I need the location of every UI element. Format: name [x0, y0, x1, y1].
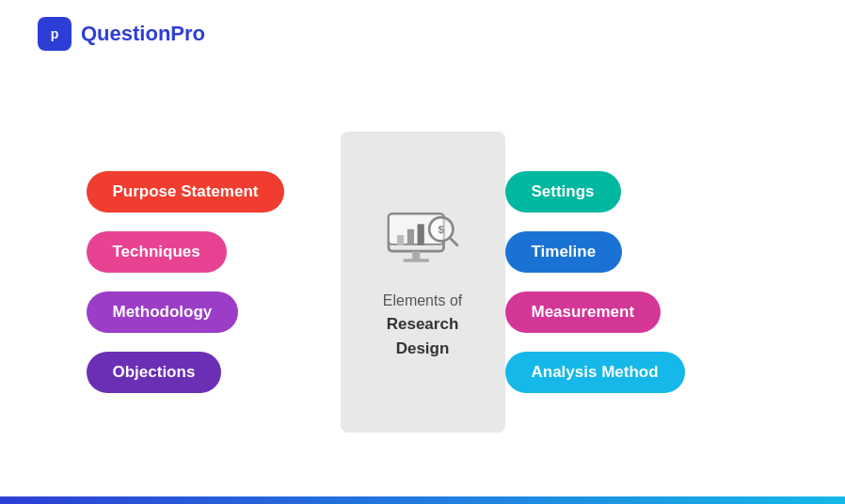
logo-brand-second: Pro — [170, 22, 205, 45]
svg-rect-7 — [407, 229, 414, 245]
svg-text:$: $ — [438, 223, 445, 235]
svg-rect-4 — [412, 251, 420, 260]
main-content: Purpose StatementTechniquesMethodologyOb… — [0, 68, 845, 496]
header: p QuestionPro — [0, 0, 845, 68]
svg-rect-6 — [397, 235, 404, 245]
logo-text: QuestionPro — [81, 22, 205, 46]
pill-timeline: Timeline — [505, 231, 623, 273]
logo-brand-first: Question — [81, 22, 170, 45]
pill-analysis-method: Analysis Method — [505, 352, 685, 393]
logo-icon: p — [38, 17, 72, 51]
pill-measurement: Measurement — [505, 291, 662, 333]
pill-methodology: Methodology — [87, 291, 239, 333]
svg-line-10 — [450, 238, 457, 245]
svg-text:p: p — [51, 26, 59, 41]
svg-rect-5 — [403, 259, 429, 262]
research-design-icon: $ — [380, 204, 465, 275]
pill-objections: Objections — [87, 352, 222, 393]
center-text: Elements of ResearchDesign — [383, 290, 463, 360]
pill-techniques: Techniques — [87, 231, 227, 273]
left-column: Purpose StatementTechniquesMethodologyOb… — [87, 171, 341, 393]
pill-settings: Settings — [505, 171, 621, 213]
right-column: SettingsTimelineMeasurementAnalysis Meth… — [505, 171, 759, 393]
svg-rect-8 — [418, 224, 424, 244]
bottom-bar — [0, 496, 845, 504]
pill-purpose-statement: Purpose Statement — [87, 171, 285, 213]
center-box: $ Elements of ResearchDesign — [341, 132, 505, 433]
